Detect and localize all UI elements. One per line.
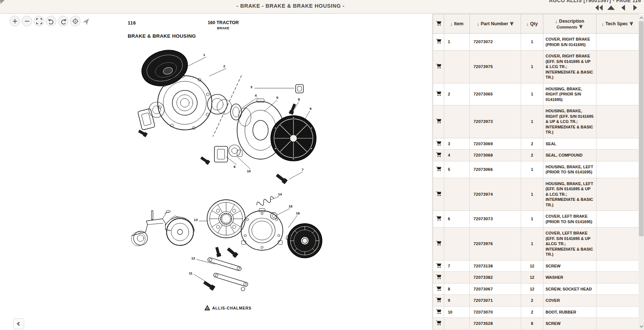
part-number-cell[interactable]: 72073976 xyxy=(470,228,521,260)
qty-cell: 12 xyxy=(521,272,543,284)
cart-icon xyxy=(436,320,442,326)
part-number-column-header[interactable]: ↓ Part Number xyxy=(470,14,521,34)
table-row: 6720730731COVER, LEFT BRAKE (PRIOR TO S/… xyxy=(433,211,639,228)
add-to-cart-button[interactable] xyxy=(433,260,444,272)
part-number-cell[interactable]: 72073070 xyxy=(470,306,521,318)
qty-cell: 1 xyxy=(521,105,543,138)
add-to-cart-button[interactable] xyxy=(433,150,444,161)
page-title: - BRAKE - BRAKE & BRAKE HOUSING - xyxy=(236,3,344,9)
table-row: 10720730702BOOT, RUBBER xyxy=(433,306,639,318)
table-row: 720739731HOUSING, BRAKE, RIGHT (EFF. S/N… xyxy=(433,105,639,138)
filter-icon[interactable] xyxy=(629,22,633,26)
pointer-arrow-icon xyxy=(83,17,91,25)
qty-cell: 1 xyxy=(521,178,543,211)
cart-icon xyxy=(436,20,442,26)
table-header-row: ↓ Item ↓ Part Number xyxy=(433,14,639,34)
pointer-tool-button[interactable] xyxy=(82,16,91,26)
item-cell: 4 xyxy=(444,150,470,161)
zoom-out-button[interactable] xyxy=(22,16,32,26)
right-arrow-icon xyxy=(633,4,638,11)
plus-icon xyxy=(12,18,18,24)
scroll-up-button[interactable] xyxy=(639,15,644,20)
add-to-cart-button[interactable] xyxy=(433,295,444,307)
item-cell: 1 xyxy=(444,34,470,50)
filter-icon[interactable] xyxy=(510,22,514,26)
add-to-cart-button[interactable] xyxy=(433,34,444,50)
add-to-cart-button[interactable] xyxy=(433,161,444,178)
description-cell: SCREW xyxy=(543,260,596,272)
scrollbar-thumb[interactable] xyxy=(639,21,644,236)
part-number-cell[interactable]: 72073071 xyxy=(470,295,521,307)
callout-9: 9 xyxy=(233,165,235,169)
callout-2: 2 xyxy=(223,64,225,68)
exploded-parts-drawing xyxy=(0,14,433,330)
add-to-cart-button[interactable] xyxy=(433,272,444,284)
add-to-cart-button[interactable] xyxy=(433,178,444,211)
previous-page-button[interactable] xyxy=(619,4,628,11)
rotate-right-button[interactable] xyxy=(58,16,68,26)
tech-spec-cell xyxy=(596,178,639,211)
add-to-cart-button[interactable] xyxy=(433,318,444,330)
cart-icon xyxy=(436,191,442,196)
qty-cell: 2 xyxy=(521,138,543,150)
item-cell: 5 xyxy=(444,161,470,178)
callout-16: 16 xyxy=(296,211,300,215)
next-page-button[interactable] xyxy=(631,4,640,11)
description-cell: SEAL, COMPOUND xyxy=(543,150,596,161)
part-number-cell[interactable]: 72073065 xyxy=(470,83,521,105)
qty-cell: 1 xyxy=(521,211,543,228)
add-to-cart-button[interactable] xyxy=(433,105,444,138)
cart-column-header[interactable] xyxy=(433,14,444,34)
add-to-cart-button[interactable] xyxy=(433,50,444,83)
tech-spec-cell xyxy=(596,228,639,260)
add-to-cart-button[interactable] xyxy=(433,83,444,105)
qty-cell: 1 xyxy=(521,34,543,50)
minus-icon xyxy=(24,18,30,24)
fit-to-screen-button[interactable] xyxy=(34,16,44,26)
qty-column-header[interactable]: ↓ Qty xyxy=(521,14,543,34)
filter-icon[interactable] xyxy=(579,25,583,29)
part-number-cell[interactable]: 72073066 xyxy=(470,161,521,178)
scroll-down-button[interactable] xyxy=(639,323,644,329)
callout-7: 7 xyxy=(302,168,303,172)
cart-icon xyxy=(436,140,442,146)
table-row: 77207313812SCREW xyxy=(433,260,639,272)
part-number-cell[interactable]: 72073974 xyxy=(470,178,521,211)
description-cell: HOUSING, BRAKE, LEFT (EFF. S/N 0141695 &… xyxy=(543,178,596,211)
part-number-cell[interactable]: 72073528 xyxy=(470,318,521,330)
part-number-cell[interactable]: 72073067 xyxy=(470,283,521,295)
callout-13: 13 xyxy=(194,218,198,222)
part-number-cell[interactable]: 72073069 xyxy=(470,138,521,150)
part-number-cell[interactable]: 72073138 xyxy=(470,260,521,272)
add-to-cart-button[interactable] xyxy=(433,283,444,295)
part-number-cell[interactable]: 72073073 xyxy=(470,211,521,228)
table-row: 2720730651HOUSING, BRAKE, RIGHT (PRIOR S… xyxy=(433,83,639,105)
description-cell: SEAL xyxy=(543,138,596,150)
add-to-cart-button[interactable] xyxy=(433,306,444,318)
part-number-cell[interactable]: 72073382 xyxy=(470,272,521,284)
table-scrollbar[interactable] xyxy=(639,15,644,330)
page-up-button[interactable] xyxy=(607,4,615,11)
add-to-cart-button[interactable] xyxy=(433,211,444,228)
cart-icon xyxy=(436,309,442,314)
part-number-cell[interactable]: 72073975 xyxy=(470,50,521,83)
part-number-cell[interactable]: 72073072 xyxy=(470,34,521,50)
zoom-in-button[interactable] xyxy=(10,16,20,26)
part-number-cell[interactable]: 72073973 xyxy=(470,105,521,138)
first-page-button[interactable] xyxy=(595,4,603,11)
tech-spec-cell xyxy=(596,318,639,330)
rotate-left-button[interactable] xyxy=(46,16,56,26)
tech-spec-column-header[interactable]: ↓ Tech Spec xyxy=(596,14,639,34)
item-column-header[interactable]: ↓ Item xyxy=(444,14,470,34)
parts-table-body: 1720730721COVER, RIGHT BRAKE (PRIOR S/N … xyxy=(433,34,639,330)
item-cell xyxy=(444,105,470,138)
tech-spec-cell xyxy=(596,138,639,150)
add-to-cart-button[interactable] xyxy=(433,228,444,260)
chevron-up-icon xyxy=(640,16,643,19)
description-column-header[interactable]: ↓ Description Comments xyxy=(543,14,596,34)
collapse-panel-button[interactable] xyxy=(13,318,24,329)
part-number-cell[interactable]: 72073068 xyxy=(470,150,521,161)
center-target-button[interactable] xyxy=(70,16,80,26)
qty-cell: 1 xyxy=(521,83,543,105)
add-to-cart-button[interactable] xyxy=(433,138,444,150)
